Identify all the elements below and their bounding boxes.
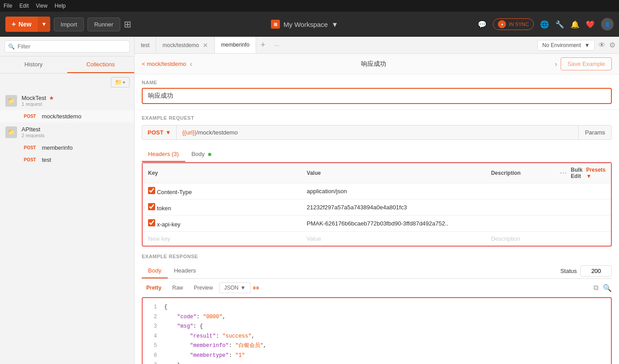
extra-tool-button[interactable]: ⊞ (124, 19, 131, 30)
format-chevron-icon: ▼ (240, 285, 246, 291)
request-memberinfo[interactable]: POST memberinfo (0, 142, 134, 154)
request-name: mock/testdemo (42, 113, 81, 120)
collection-folder-icon2: 📁 (5, 126, 17, 138)
column-options-icon[interactable]: ··· (560, 170, 567, 176)
presets-chevron-icon: ▼ (586, 173, 592, 179)
tab-collections[interactable]: Collections (67, 56, 135, 73)
tab-headers[interactable]: Headers (3) (142, 147, 185, 162)
toolbar-icons: 💬 ● IN SYNC 🌐 🔧 🔔 ❤️ 👤 (478, 18, 614, 30)
import-button[interactable]: Import (54, 17, 84, 31)
save-example-button[interactable]: Save Example (561, 57, 612, 70)
method-chevron-icon: ▼ (165, 129, 171, 136)
header-row-2: x-api-key PMAK-626176b6bcaeb772b03fbd90-… (143, 216, 611, 232)
avatar[interactable]: 👤 (601, 18, 614, 30)
new-button[interactable]: + New (5, 17, 38, 32)
nav-fwd-arrow[interactable]: › (551, 58, 561, 70)
example-response-section: EXAMPLE RESPONSE Body Headers Status Pre… (142, 254, 612, 364)
comment-icon[interactable]: 💬 (478, 20, 487, 29)
heart-icon[interactable]: ❤️ (586, 20, 595, 29)
nav-back-arrow[interactable]: ‹ (186, 58, 196, 70)
tab-memberinfo[interactable]: memberinfo (215, 37, 256, 53)
headers-table-wrap: Key Value Description ··· Bulk Edit Pres… (142, 162, 612, 247)
workspace-button[interactable]: ⊞ My Workspace ▼ (271, 20, 338, 29)
header-checkbox-2[interactable] (148, 219, 155, 226)
method-dropdown[interactable]: POST ▼ (142, 126, 177, 139)
code-block: 1 { 2 "code": "0000", 3 "msg": { (142, 297, 612, 364)
tab-mock-testdemo[interactable]: mock/testdemo ✕ (156, 37, 214, 53)
request-name2: memberinfo (42, 144, 73, 151)
actions-col-header: ··· Bulk Edit Presets ▼ (555, 163, 611, 183)
header-checkbox-0[interactable] (148, 187, 155, 194)
environment-selector[interactable]: No Environment ▼ (537, 40, 595, 51)
menu-file[interactable]: File (4, 3, 12, 9)
bell-icon[interactable]: 🔔 (571, 20, 580, 29)
tab-add-button[interactable]: + (256, 40, 270, 50)
post-badge3: POST (22, 156, 38, 163)
star-icon: ★ (49, 95, 54, 101)
collection-apitest[interactable]: 📁 APItest 2 requests (0, 122, 134, 142)
wrench-icon[interactable]: 🔧 (555, 20, 564, 29)
main-layout: 🔍 History Collections 📁+ 📁 MockTest ★ (0, 37, 619, 364)
tab-more-button[interactable]: ··· (270, 42, 284, 48)
code-line-6: 6 "membertype": "1" (143, 351, 611, 361)
presets-button[interactable]: Presets ▼ (586, 167, 606, 179)
tab-bar: test mock/testdemo ✕ memberinfo + ··· No… (135, 37, 619, 54)
menu-view[interactable]: View (36, 3, 48, 9)
search-icon: 🔍 (8, 43, 15, 50)
code-line-3: 3 "msg": { (143, 322, 611, 332)
new-desc-cell[interactable]: Description (486, 232, 555, 246)
new-key-cell[interactable]: New key (143, 232, 301, 246)
new-value-cell[interactable]: Value (301, 232, 486, 246)
name-section: NAME (135, 74, 619, 110)
collection-name: MockTest ★ (22, 95, 129, 101)
nav-back-link[interactable]: < mock/testdemo (142, 61, 186, 67)
collection-name2: APItest (22, 126, 129, 133)
request-test[interactable]: POST test (0, 154, 134, 166)
sidebar-actions: 📁+ (0, 74, 134, 91)
url-display: {{url}}/mock/testdemo (177, 126, 578, 139)
search-code-icon[interactable]: 🔍 (603, 284, 612, 292)
sync-badge[interactable]: ● IN SYNC (493, 18, 534, 30)
headers-table: Key Value Description ··· Bulk Edit Pres… (143, 163, 611, 246)
tab-close-icon[interactable]: ✕ (203, 42, 208, 49)
name-input[interactable] (142, 88, 612, 104)
plus-icon: + (12, 20, 16, 28)
copy-icon[interactable]: ⧉ (593, 284, 598, 292)
workspace-icon: ⊞ (271, 20, 280, 29)
filter-input[interactable] (4, 40, 130, 52)
sidebar: 🔍 History Collections 📁+ 📁 MockTest ★ (0, 37, 135, 364)
description-col-header: Description (486, 163, 555, 183)
globe-icon[interactable]: 🌐 (540, 20, 549, 29)
collection-mocktest[interactable]: 📁 MockTest ★ 1 request (0, 91, 134, 110)
folder-plus-icon: 📁+ (115, 79, 126, 86)
tab-body[interactable]: Body (185, 147, 218, 162)
response-tab-headers[interactable]: Headers (168, 264, 202, 278)
tab-test[interactable]: test (135, 37, 156, 53)
status-label: Status (560, 268, 577, 274)
params-button[interactable]: Params (578, 126, 611, 139)
response-tab-body[interactable]: Body (142, 264, 168, 278)
example-request: EXAMPLE REQUEST POST ▼ {{url}}/mock/test… (135, 110, 619, 364)
format-bar: Pretty Raw Preview JSON ▼ ⇔ ⧉ 🔍 (142, 279, 612, 297)
eye-icon[interactable]: 👁 (598, 41, 606, 49)
format-preview[interactable]: Preview (189, 283, 218, 293)
chevron-down-icon: ▼ (331, 21, 338, 28)
header-checkbox-1[interactable] (148, 203, 155, 210)
wrap-icon[interactable]: ⇔ (253, 283, 259, 293)
tab-history[interactable]: History (0, 56, 67, 73)
format-json-dropdown[interactable]: JSON ▼ (219, 282, 251, 293)
new-dropdown-button[interactable]: ▼ (38, 17, 50, 32)
format-pretty[interactable]: Pretty (142, 283, 166, 293)
response-status-area: Status (560, 265, 612, 277)
format-raw[interactable]: Raw (168, 283, 187, 293)
response-tabs-bar: Body Headers Status (142, 264, 612, 279)
menu-help[interactable]: Help (55, 3, 66, 9)
runner-button[interactable]: Runner (87, 17, 120, 31)
menu-edit[interactable]: Edit (19, 3, 29, 9)
settings-icon[interactable]: ⚙ (609, 41, 615, 49)
bulk-edit-button[interactable]: Bulk Edit (571, 167, 583, 179)
new-collection-button[interactable]: 📁+ (111, 77, 130, 87)
header-row-1: token 21232f297a57a5a743894a0e4a801fc3 (143, 199, 611, 216)
status-input[interactable] (580, 265, 612, 277)
request-mock-testdemo[interactable]: POST mock/testdemo (0, 110, 134, 122)
